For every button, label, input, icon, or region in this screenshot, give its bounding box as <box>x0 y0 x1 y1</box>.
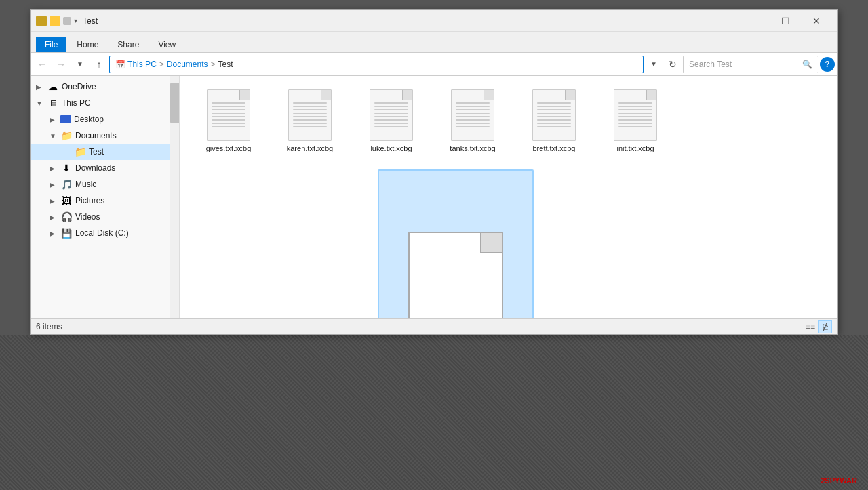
sidebar-item-thispc[interactable]: ▼ 🖥 This PC <box>31 95 179 111</box>
background-overlay <box>0 335 868 490</box>
sidebar-item-label: Downloads <box>75 163 115 173</box>
explorer-window: ▾ Test — ☐ ✕ File Home Share View ← → ▼ … <box>30 9 838 335</box>
sidebar-item-desktop[interactable]: ▶ Desktop <box>31 111 179 127</box>
sidebar-item-onedrive[interactable]: ▶ ☁ OneDrive <box>31 79 179 95</box>
quick-access-icon <box>36 16 47 26</box>
watermark-text: SPYWAR <box>825 476 857 485</box>
downloads-icon: ⬇ <box>60 163 73 173</box>
sidebar-item-documents[interactable]: ▼ 📁 Documents <box>31 127 179 144</box>
desktop-icon <box>60 115 71 123</box>
sidebar-item-label: Documents <box>75 131 117 140</box>
file-name: karen.txt.xcbg <box>287 144 333 153</box>
sidebar-item-music[interactable]: ▶ 🎵 Music <box>31 176 179 192</box>
file-name: brett.txt.xcbg <box>533 144 576 153</box>
sidebar-item-test[interactable]: 📁 Test <box>31 144 179 160</box>
tab-view[interactable]: View <box>149 37 184 52</box>
file-icon <box>207 89 250 141</box>
file-icon <box>288 89 332 141</box>
expand-arrow-icon: ▶ <box>50 230 60 237</box>
up-button[interactable]: ↑ <box>90 56 108 73</box>
maximize-button[interactable]: ☐ <box>770 10 801 32</box>
search-icon: 🔍 <box>802 60 812 69</box>
sidebar-item-localdisk[interactable]: ▶ 💾 Local Disk (C:) <box>31 225 179 241</box>
sidebar-item-label: Test <box>89 147 104 157</box>
expand-arrow-icon: ▶ <box>50 116 60 123</box>
computer-icon: 🖥 <box>47 98 59 108</box>
file-icon-wrapper <box>527 89 581 141</box>
file-name: gives.txt.xcbg <box>206 144 252 153</box>
titlebar-icons: ▾ <box>36 16 77 26</box>
file-item-tanks[interactable]: tanks.txt.xcbg <box>432 84 513 159</box>
expand-arrow-icon: ▼ <box>50 132 60 140</box>
refresh-button[interactable]: ↻ <box>664 56 682 73</box>
sidebar-item-downloads[interactable]: ▶ ⬇ Downloads <box>31 160 179 176</box>
sidebar-item-label: This PC <box>62 98 91 108</box>
file-item-brett[interactable]: brett.txt.xcbg <box>513 84 595 159</box>
large-file-icon <box>408 232 503 318</box>
documents-folder-icon: 📁 <box>60 130 73 141</box>
back-button[interactable]: ← <box>33 56 51 73</box>
search-box[interactable]: Search Test 🔍 <box>683 56 818 73</box>
search-placeholder: Search Test <box>689 60 802 69</box>
expand-arrow-icon: ▶ <box>50 165 60 172</box>
large-file-icon-wrapper <box>401 195 510 318</box>
forward-button[interactable]: → <box>52 56 70 73</box>
file-item-luke[interactable]: luke.txt.xcbg <box>351 84 432 159</box>
sidebar-item-label: OneDrive <box>62 82 96 91</box>
icon-view-button[interactable]: ⋭ <box>818 320 832 333</box>
sidebar-scrollbar[interactable] <box>170 76 179 318</box>
sidebar-item-label: Pictures <box>75 196 104 205</box>
file-icon <box>532 89 576 141</box>
path-sep-1: > <box>159 60 164 69</box>
files-grid: gives.txt.xcbg k <box>188 84 829 159</box>
close-button[interactable]: ✕ <box>801 10 832 32</box>
tab-share[interactable]: Share <box>108 37 148 52</box>
sidebar: ▶ ☁ OneDrive ▼ 🖥 This PC ▶ Desktop ▼ 📁 D… <box>31 76 180 318</box>
expand-arrow-icon: ▶ <box>50 213 60 221</box>
onedrive-icon: ☁ <box>47 81 59 92</box>
dropdown-recent-button[interactable]: ▼ <box>71 56 89 73</box>
test-folder-icon: 📁 <box>74 146 86 157</box>
window-title: Test <box>83 16 738 26</box>
dropdown-arrow-icon: ▾ <box>74 17 77 24</box>
file-item-init[interactable]: init.txt.xcbg <box>595 84 676 159</box>
titlebar: ▾ Test — ☐ ✕ <box>31 10 837 32</box>
main-area: ▶ ☁ OneDrive ▼ 🖥 This PC ▶ Desktop ▼ 📁 D… <box>31 76 837 318</box>
file-item-gives[interactable]: gives.txt.xcbg <box>188 84 269 159</box>
file-name: luke.txt.xcbg <box>370 144 412 153</box>
file-icon <box>614 89 657 141</box>
ribbon-tabs: File Home Share View <box>31 32 837 52</box>
file-icon-wrapper <box>608 89 663 141</box>
titlebar-controls: — ☐ ✕ <box>738 10 832 32</box>
file-icon-wrapper <box>446 89 500 141</box>
expand-arrow-icon: ▶ <box>36 83 47 91</box>
address-expand-button[interactable]: ▼ <box>645 56 663 73</box>
sidebar-item-videos[interactable]: ▶ 🎧 Videos <box>31 209 179 225</box>
statusbar: 6 items ≡≡ ⋭ <box>31 318 837 334</box>
ribbon: File Home Share View <box>31 32 837 53</box>
path-documents: Documents <box>167 60 208 69</box>
sidebar-item-pictures[interactable]: ▶ 🖼 Pictures <box>31 192 179 209</box>
file-item-selected-large[interactable]: 1.jpg.xcbg <box>378 169 534 318</box>
sidebar-item-label: Videos <box>75 212 100 222</box>
sidebar-item-label: Music <box>75 180 96 189</box>
tab-home[interactable]: Home <box>68 37 107 52</box>
expand-arrow-icon: ▶ <box>50 197 60 205</box>
address-path[interactable]: 📅 This PC > Documents > Test <box>109 56 644 73</box>
tab-file[interactable]: File <box>36 37 66 52</box>
file-name: tanks.txt.xcbg <box>450 144 495 153</box>
minimize-button[interactable]: — <box>738 10 770 32</box>
expand-arrow-icon: ▶ <box>50 181 60 188</box>
item-count: 6 items <box>36 322 62 331</box>
scrollbar-thumb[interactable] <box>170 83 180 123</box>
path-sep-2: > <box>211 60 216 69</box>
file-icon-wrapper <box>201 89 256 141</box>
list-view-button[interactable]: ≡≡ <box>804 320 817 333</box>
file-item-karen[interactable]: karen.txt.xcbg <box>269 84 351 159</box>
file-icon-wrapper <box>283 89 337 141</box>
videos-icon: 🎧 <box>60 211 73 222</box>
file-icon <box>370 89 413 141</box>
help-button[interactable]: ? <box>820 57 835 72</box>
sidebar-item-label: Local Disk (C:) <box>75 228 129 238</box>
pictures-icon: 🖼 <box>60 195 73 206</box>
